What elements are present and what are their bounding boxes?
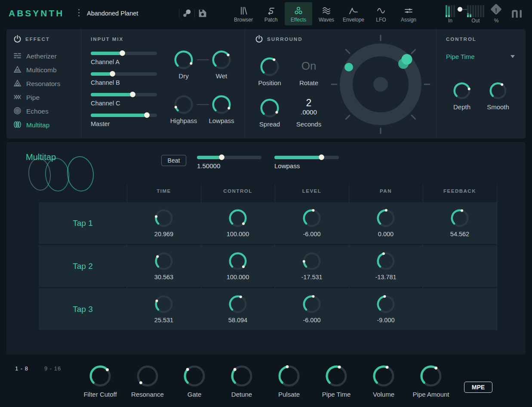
tap-filter-slider[interactable] bbox=[274, 156, 339, 159]
column-divider bbox=[497, 185, 497, 330]
tap-filter-readout[interactable]: Lowpass bbox=[274, 162, 300, 170]
macro-gate-knob[interactable] bbox=[183, 364, 206, 389]
surround-title: SURROUND bbox=[267, 37, 302, 42]
tap-3-time-knob[interactable] bbox=[154, 294, 174, 316]
tab-browser[interactable]: Browser bbox=[230, 2, 257, 25]
channel-b-label: Channel B bbox=[91, 79, 120, 86]
output-meter bbox=[467, 5, 484, 17]
channel-b-slider[interactable] bbox=[91, 72, 157, 76]
tap-3-control-value: 58.094 bbox=[212, 317, 264, 324]
save-icon[interactable] bbox=[197, 8, 208, 18]
master-slider[interactable] bbox=[91, 114, 157, 117]
meter-bar bbox=[446, 5, 447, 17]
rotate-time-decimal[interactable]: .0000 bbox=[292, 108, 326, 116]
cpu-warning-exclamation: ! bbox=[492, 5, 500, 15]
tap-1-time-value: 20.969 bbox=[138, 231, 190, 237]
tap-3-control-knob[interactable] bbox=[228, 294, 248, 316]
mpe-button[interactable]: MPE bbox=[464, 382, 492, 393]
tab-assign[interactable]: Assign bbox=[395, 2, 422, 25]
surround-pad[interactable] bbox=[329, 33, 432, 138]
macro-bank-1-8[interactable]: 1 - 8 bbox=[15, 365, 28, 372]
tap-1-time-knob[interactable] bbox=[154, 208, 174, 230]
tab-waves[interactable]: Waves bbox=[313, 2, 340, 25]
toolbar-divider bbox=[179, 9, 179, 18]
macro-detune-knob[interactable] bbox=[230, 364, 253, 389]
meter-bar bbox=[470, 5, 471, 17]
effect-item-multicomb[interactable]: Multicomb bbox=[13, 65, 78, 76]
multitap-title: Multitap bbox=[26, 152, 56, 162]
channel-a-slider[interactable] bbox=[91, 52, 157, 55]
tap-2-control-knob[interactable] bbox=[228, 251, 248, 273]
column-header-control: CONTROL bbox=[208, 188, 268, 194]
effect-power-icon[interactable] bbox=[13, 35, 22, 45]
position-label: Position bbox=[248, 79, 291, 86]
lowpass-label: Lowpass bbox=[200, 117, 243, 124]
channel-c-label: Channel C bbox=[91, 100, 120, 107]
dry-knob[interactable] bbox=[173, 49, 194, 72]
beat-button[interactable]: Beat bbox=[161, 155, 186, 166]
channel-c-slider[interactable] bbox=[91, 93, 157, 96]
patch-name[interactable]: Abandoned Planet bbox=[87, 10, 138, 17]
output-gain-handle[interactable] bbox=[458, 7, 462, 12]
macro-filter-cutoff-knob[interactable] bbox=[89, 364, 112, 389]
depth-label: Depth bbox=[445, 103, 479, 111]
macro-pulsate-knob[interactable] bbox=[277, 364, 301, 389]
rotate-time-integer[interactable]: 2 bbox=[292, 97, 326, 109]
surround-power-icon[interactable] bbox=[255, 35, 263, 45]
main-menu-icon[interactable] bbox=[78, 9, 80, 16]
envelope-icon bbox=[348, 6, 359, 16]
highpass-knob[interactable] bbox=[173, 94, 194, 117]
tab-patch[interactable]: Patch bbox=[257, 2, 285, 25]
tap-2-pan-value: -13.781 bbox=[360, 274, 412, 281]
tap-3-pan-value: -9.000 bbox=[360, 317, 412, 324]
control-target-dropdown[interactable]: Pipe Time bbox=[446, 53, 515, 60]
tap-3-pan-knob[interactable] bbox=[376, 294, 396, 316]
depth-knob[interactable] bbox=[452, 81, 471, 102]
tap-3-pan-cell: -9.000 bbox=[360, 288, 412, 330]
randomize-patch-icon[interactable] bbox=[182, 8, 193, 18]
effect-item-resonators[interactable]: Resonators bbox=[13, 78, 78, 89]
hp-lp-link bbox=[197, 104, 209, 105]
tap-1-feedback-cell: 54.562 bbox=[434, 202, 486, 244]
tap-time-slider[interactable] bbox=[197, 156, 261, 159]
macro-bank-9-16[interactable]: 9 - 16 bbox=[44, 365, 61, 372]
tap-3-level-knob[interactable] bbox=[302, 294, 322, 316]
tap-3-time-cell: 25.531 bbox=[138, 288, 190, 330]
tap-2-pan-cell: -13.781 bbox=[360, 245, 412, 287]
column-header-time: TIME bbox=[134, 188, 194, 194]
tap-time-readout[interactable]: 1.50000 bbox=[197, 162, 220, 170]
tap-2-time-knob[interactable] bbox=[154, 251, 174, 273]
effect-item-pipe[interactable]: Pipe bbox=[13, 92, 78, 103]
meter-bar bbox=[472, 5, 474, 17]
meter-bar bbox=[467, 5, 469, 17]
output-meter-label: Out bbox=[467, 18, 484, 24]
rotate-value[interactable]: On bbox=[292, 59, 326, 73]
tap-2-level-knob[interactable] bbox=[302, 251, 322, 273]
tab-effects[interactable]: Effects bbox=[285, 2, 312, 25]
dry-wet-link bbox=[197, 59, 209, 60]
spread-knob[interactable] bbox=[259, 98, 280, 120]
channel-a-label: Channel A bbox=[91, 59, 120, 65]
control-target-value: Pipe Time bbox=[446, 53, 475, 60]
tap-1-control-knob[interactable] bbox=[228, 208, 248, 230]
wet-knob[interactable] bbox=[211, 49, 232, 72]
smooth-knob[interactable] bbox=[489, 81, 507, 102]
effect-item-aetherizer[interactable]: Aetherizer bbox=[13, 51, 78, 62]
effects-icon bbox=[293, 6, 304, 16]
meter-bar bbox=[453, 5, 455, 17]
macro-volume-knob[interactable] bbox=[372, 364, 395, 389]
lowpass-knob[interactable] bbox=[211, 94, 232, 117]
macro-pipe-time-knob[interactable] bbox=[325, 364, 348, 389]
tap-1-time-cell: 20.969 bbox=[138, 202, 190, 244]
macro-pipe-amount-knob[interactable] bbox=[419, 364, 443, 389]
tab-envelope[interactable]: Envelope bbox=[340, 2, 367, 25]
macro-resonance-knob[interactable] bbox=[136, 364, 159, 389]
effect-item-multitap[interactable]: Multitap bbox=[13, 120, 78, 131]
tab-lfo[interactable]: LFO bbox=[367, 2, 395, 25]
effect-item-echoes[interactable]: Echoes bbox=[13, 106, 78, 117]
tap-2-pan-knob[interactable] bbox=[376, 251, 396, 273]
tap-1-feedback-knob[interactable] bbox=[450, 208, 470, 230]
tap-1-pan-knob[interactable] bbox=[376, 208, 396, 230]
tap-1-level-knob[interactable] bbox=[302, 208, 322, 230]
position-knob[interactable] bbox=[259, 56, 280, 79]
